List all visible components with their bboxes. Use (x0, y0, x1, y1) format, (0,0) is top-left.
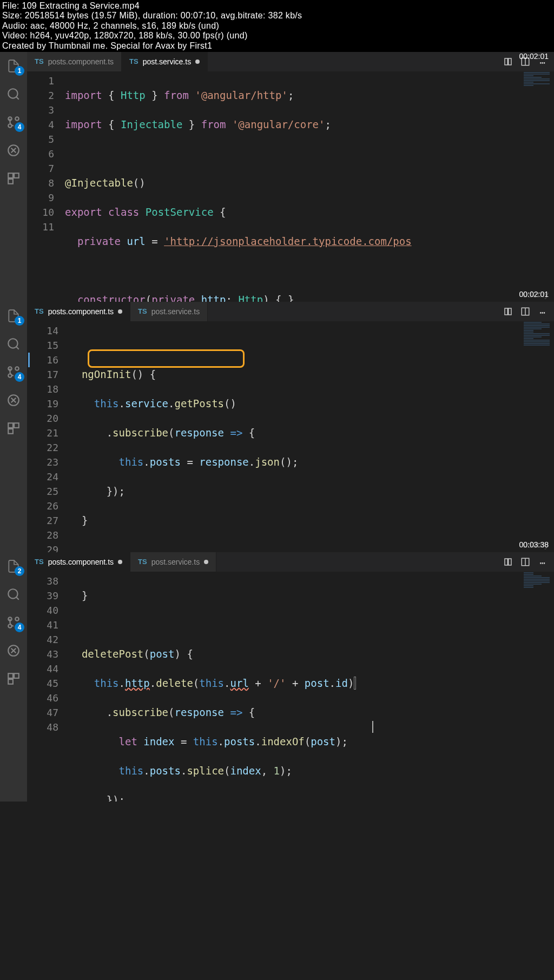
tab-post-service[interactable]: TS post.service.ts (122, 52, 208, 71)
compare-icon[interactable] (503, 307, 513, 316)
minimap[interactable] (522, 321, 554, 552)
code-content[interactable]: } deletePost(post) { this.http.delete(th… (69, 572, 522, 802)
svg-rect-11 (505, 58, 507, 65)
debug-icon[interactable] (6, 643, 21, 658)
split-editor-icon[interactable] (520, 557, 530, 567)
editor-area: TS posts.component.ts TS post.service.ts… (27, 552, 554, 802)
svg-rect-9 (14, 173, 19, 178)
ts-icon: TS (35, 307, 44, 315)
svg-rect-27 (509, 308, 511, 315)
bottom-area: udemy 00:05:35 (0, 802, 554, 980)
search-icon[interactable] (6, 87, 21, 102)
split-editor-icon[interactable] (520, 307, 530, 316)
tab-post-service[interactable]: TS post.service.ts (130, 552, 216, 572)
code-container: 14151617181920212223242526272829 ngOnIni… (27, 321, 554, 552)
svg-rect-8 (8, 173, 13, 178)
explorer-icon[interactable]: 1 (6, 308, 21, 323)
scm-icon[interactable]: 4 (6, 115, 21, 130)
svg-rect-42 (509, 559, 511, 565)
line-gutter: 1234567891011 (27, 71, 65, 302)
tab-posts-component[interactable]: TS posts.component.ts (27, 552, 130, 572)
svg-rect-12 (509, 58, 511, 65)
code-container: 3839404142434445464748 } deletePost(post… (27, 572, 554, 802)
compare-icon[interactable] (503, 57, 513, 67)
svg-point-0 (8, 89, 17, 98)
editor-area: TS posts.component.ts TS post.service.ts… (27, 302, 554, 552)
editor-area: TS posts.component.ts TS post.service.ts… (27, 52, 554, 302)
tab-post-service[interactable]: TS post.service.ts (130, 302, 208, 321)
svg-point-17 (15, 367, 19, 370)
svg-point-2 (15, 117, 19, 121)
scm-badge: 4 (15, 372, 24, 382)
extensions-icon[interactable] (6, 421, 21, 436)
line-gutter: 14151617181920212223242526272829 (27, 321, 69, 552)
svg-rect-40 (8, 679, 13, 684)
ts-icon: TS (138, 558, 147, 566)
explorer-badge: 2 (15, 566, 24, 576)
timestamp-1: 00:02:01 (519, 290, 549, 299)
activity-bar: 2 4 (0, 552, 27, 802)
scm-icon[interactable]: 4 (6, 365, 21, 380)
code-content[interactable]: import { Http } from '@angular/http'; im… (65, 71, 522, 302)
frame-2: 1 4 TS posts.component.ts TS post.servic… (0, 302, 554, 552)
ts-icon: TS (35, 57, 44, 65)
tab-actions: ⋯ (503, 552, 554, 572)
scm-icon[interactable]: 4 (6, 615, 21, 630)
ts-icon: TS (138, 307, 147, 315)
svg-point-15 (8, 339, 17, 348)
highlight-box (88, 349, 245, 368)
dirty-indicator-icon (195, 59, 200, 64)
svg-line-1 (16, 97, 19, 100)
minimap[interactable] (522, 572, 554, 802)
more-icon[interactable]: ⋯ (538, 307, 548, 316)
svg-line-31 (16, 597, 19, 600)
svg-point-30 (8, 589, 17, 598)
search-icon[interactable] (6, 336, 21, 352)
dirty-indicator-icon (118, 309, 122, 314)
scm-badge: 4 (15, 122, 24, 132)
tab-label: post.service.ts (143, 57, 191, 66)
svg-rect-26 (505, 308, 507, 315)
code-content[interactable]: ngOnInit() { this.service.getPosts() .su… (69, 321, 522, 552)
tab-actions: ⋯ (503, 302, 554, 321)
compare-icon[interactable] (503, 557, 513, 567)
tab-label: posts.component.ts (48, 307, 114, 316)
text-cursor-icon (372, 721, 373, 733)
line-gutter: 3839404142434445464748 (27, 572, 69, 802)
tab-label: post.service.ts (151, 307, 200, 316)
dirty-indicator-icon (118, 560, 122, 564)
minimap[interactable] (522, 71, 554, 302)
svg-rect-24 (14, 423, 19, 428)
timestamp: 00:02:01 (519, 52, 549, 61)
tab-label: posts.component.ts (48, 558, 114, 566)
explorer-icon[interactable]: 2 (6, 559, 21, 574)
timestamp-2: 00:03:38 (519, 540, 549, 549)
frame-3: 2 4 TS posts.component.ts TS post.servic… (0, 552, 554, 802)
svg-rect-39 (14, 673, 19, 678)
tab-posts-component[interactable]: TS posts.component.ts (27, 52, 122, 71)
svg-rect-41 (505, 559, 507, 565)
activity-bar: 1 4 (0, 52, 27, 302)
frame-1: 1 4 TS posts.component.ts TS post.servic… (0, 52, 554, 302)
svg-rect-23 (8, 423, 13, 428)
explorer-icon[interactable]: 1 (6, 58, 21, 74)
tab-bar: TS posts.component.ts TS post.service.ts… (27, 552, 554, 572)
tab-bar: TS posts.component.ts TS post.service.ts… (27, 52, 554, 71)
extensions-icon[interactable] (6, 671, 21, 686)
debug-icon[interactable] (6, 143, 21, 158)
search-icon[interactable] (6, 587, 21, 602)
svg-rect-10 (8, 179, 13, 184)
more-icon[interactable]: ⋯ (538, 557, 548, 567)
extensions-icon[interactable] (6, 171, 21, 186)
svg-point-32 (15, 617, 19, 621)
explorer-badge: 1 (15, 316, 24, 326)
dirty-indicator-icon (204, 560, 208, 564)
ts-icon: TS (129, 57, 138, 65)
debug-icon[interactable] (6, 393, 21, 408)
tab-posts-component[interactable]: TS posts.component.ts (27, 302, 130, 321)
ts-icon: TS (35, 558, 44, 566)
code-container: 1234567891011 import { Http } from '@ang… (27, 71, 554, 302)
tab-label: post.service.ts (151, 558, 200, 566)
explorer-badge: 1 (15, 66, 24, 76)
svg-rect-38 (8, 673, 13, 678)
